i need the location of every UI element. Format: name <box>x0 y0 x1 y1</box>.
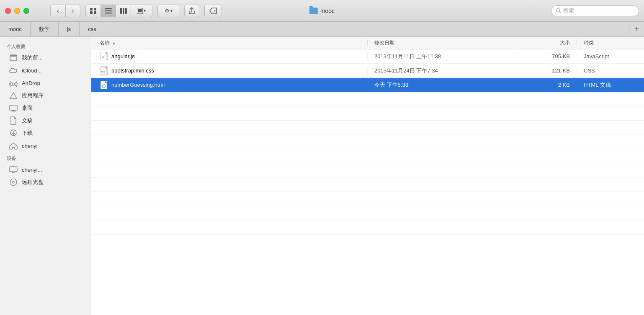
remote-disc-icon <box>9 178 18 186</box>
tag-button[interactable] <box>204 5 222 17</box>
columns-view-icon <box>120 8 127 14</box>
chenyi-device-icon <box>9 165 18 174</box>
share-button[interactable] <box>184 5 199 17</box>
svg-point-26 <box>13 181 14 183</box>
action-button[interactable]: ⚙ ▾ <box>157 5 179 17</box>
svg-point-13 <box>214 10 216 11</box>
remote-disc-label: 远程光盘 <box>22 178 44 186</box>
sort-arrow: ▲ <box>112 41 116 45</box>
list-view-icon <box>105 8 112 14</box>
sidebar-item-airdrop[interactable]: AirDrop <box>3 77 88 89</box>
file-date-cell: 2015年11月24日 下午7:34 <box>368 67 514 75</box>
svg-point-14 <box>556 9 560 12</box>
file-area: 名称 ▲ 修改日期 大小 种类 <box>91 37 644 315</box>
search-icon <box>556 8 561 13</box>
path-col-shuxue[interactable]: 数学 <box>31 22 59 36</box>
folder-icon <box>309 8 318 14</box>
sidebar: 个人收藏 我的所... iCloud... <box>0 37 91 315</box>
table-row-empty <box>91 192 644 206</box>
svg-rect-17 <box>10 55 17 57</box>
add-column-button[interactable]: + <box>629 22 644 36</box>
applications-label: 应用程序 <box>22 92 44 99</box>
search-placeholder: 搜索 <box>563 7 574 15</box>
file-name-cell: CSS bootstrap.min.css <box>91 66 368 75</box>
chenyi-device-label: chenyi... <box>22 167 42 173</box>
table-row-empty <box>91 149 644 163</box>
sidebar-item-applications[interactable]: 应用程序 <box>3 89 88 102</box>
header-size[interactable]: 大小 <box>514 39 577 46</box>
sidebar-item-documents[interactable]: 文稿 <box>3 114 88 127</box>
file-kind-cell: JavaScript <box>577 53 644 59</box>
table-row-empty <box>91 106 644 121</box>
table-row[interactable]: JS angular.js 2013年11月11日 上午11:38 705 KB… <box>91 49 644 64</box>
table-row[interactable]: numberGuessing.html 今天 下午5:38 2 KB HTML … <box>91 78 644 92</box>
sidebar-item-chenyi[interactable]: chenyi <box>3 139 88 152</box>
svg-rect-4 <box>105 8 112 9</box>
devices-section-label: 设备 <box>0 152 91 163</box>
css-file-icon: CSS <box>100 66 108 75</box>
table-row-empty <box>91 178 644 192</box>
header-kind[interactable]: 种类 <box>577 39 644 46</box>
my-files-label: 我的所... <box>22 54 43 62</box>
window-title-area: mooc <box>309 8 335 14</box>
view-icon-button[interactable] <box>85 5 100 17</box>
view-group: ▾ <box>85 5 152 17</box>
table-row-empty <box>91 206 644 220</box>
header-date[interactable]: 修改日期 <box>368 39 514 46</box>
cover-view-icon <box>137 8 143 14</box>
main-container: 个人收藏 我的所... iCloud... <box>0 37 644 315</box>
svg-rect-8 <box>123 8 124 14</box>
svg-point-18 <box>12 83 15 85</box>
path-col-js[interactable]: js <box>59 22 80 36</box>
sidebar-item-icloud[interactable]: iCloud... <box>3 64 88 77</box>
gear-icon: ⚙ <box>165 8 170 14</box>
html-file-icon <box>100 80 108 90</box>
sidebar-item-downloads[interactable]: 下载 <box>3 127 88 139</box>
view-columns-button[interactable] <box>116 5 131 17</box>
svg-rect-23 <box>10 167 17 172</box>
table-row-empty <box>91 135 644 149</box>
sidebar-item-remote[interactable]: 远程光盘 <box>3 176 88 188</box>
downloads-label: 下载 <box>22 129 33 137</box>
table-row-empty <box>91 92 644 106</box>
titlebar: ‹ › <box>0 0 644 22</box>
toolbar-left: ‹ › <box>50 5 225 17</box>
path-col-mooc[interactable]: mooc <box>0 22 31 36</box>
file-name-cell: JS angular.js <box>91 52 368 61</box>
js-file-icon: JS <box>100 52 108 61</box>
sidebar-item-my-files[interactable]: 我的所... <box>3 52 88 64</box>
maximize-button[interactable] <box>23 8 29 14</box>
svg-rect-5 <box>105 10 112 11</box>
grid-view-icon <box>90 8 97 14</box>
desktop-icon <box>9 104 18 112</box>
share-icon <box>188 7 195 15</box>
file-size-cell: 2 KB <box>514 82 577 88</box>
cover-view-label: ▾ <box>144 8 146 13</box>
table-row-empty <box>91 121 644 135</box>
path-bar: mooc 数学 js css + <box>0 22 644 37</box>
documents-icon <box>9 116 18 125</box>
svg-rect-2 <box>90 11 93 14</box>
back-button[interactable]: ‹ <box>50 5 65 17</box>
sidebar-item-desktop[interactable]: 桌面 <box>3 102 88 114</box>
file-size-cell: 705 KB <box>514 53 577 59</box>
svg-rect-6 <box>105 13 112 13</box>
svg-rect-12 <box>138 13 139 13</box>
action-dropdown-icon: ▾ <box>170 8 173 13</box>
minimize-button[interactable] <box>14 8 20 14</box>
view-list-button[interactable] <box>100 5 116 17</box>
search-box[interactable]: 搜索 <box>551 5 639 16</box>
sidebar-item-chenyi-device[interactable]: chenyi... <box>3 163 88 176</box>
file-list: JS angular.js 2013年11月11日 上午11:38 705 KB… <box>91 49 644 315</box>
table-row[interactable]: CSS bootstrap.min.css 2015年11月24日 下午7:34… <box>91 64 644 78</box>
forward-button[interactable]: › <box>65 5 80 17</box>
svg-rect-3 <box>94 11 96 14</box>
chenyi-home-label: chenyi <box>22 143 38 149</box>
icloud-label: iCloud... <box>22 67 42 74</box>
path-col-css[interactable]: css <box>80 22 105 36</box>
file-list-header: 名称 ▲ 修改日期 大小 种类 <box>91 37 644 49</box>
close-button[interactable] <box>5 8 11 14</box>
view-cover-button[interactable]: ▾ <box>131 5 152 17</box>
header-name[interactable]: 名称 ▲ <box>91 39 368 46</box>
file-kind-cell: HTML 文稿 <box>577 81 644 89</box>
